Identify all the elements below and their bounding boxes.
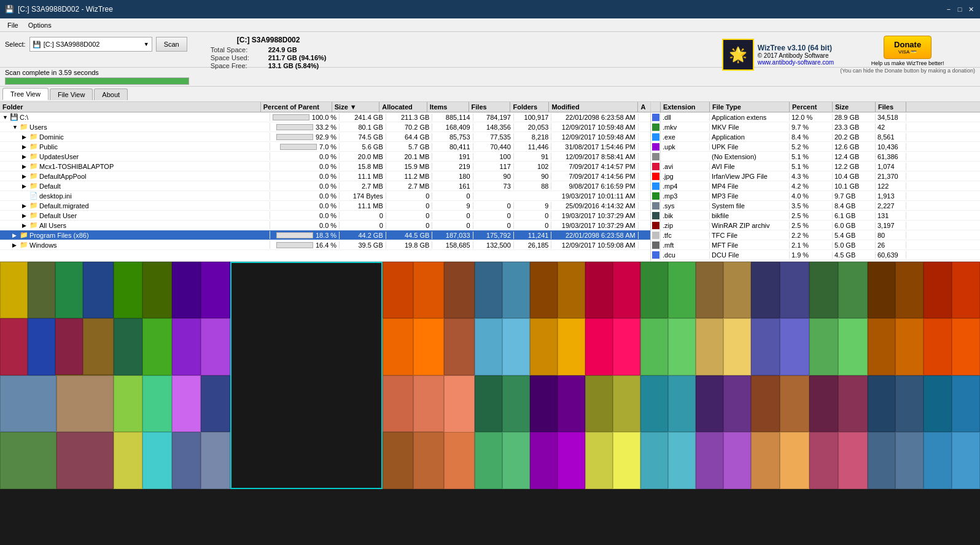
- ext-row[interactable]: .mkv MKV File 9.7 % 23.3 GB 42: [651, 122, 980, 132]
- ext-row[interactable]: .jpg IrfanView JPG File 4.3 % 10.4 GB 21…: [651, 171, 980, 181]
- col-folder[interactable]: Folder: [0, 102, 261, 112]
- treemap-block[interactable]: [172, 375, 201, 432]
- col-items[interactable]: Items: [427, 102, 469, 112]
- treemap-block[interactable]: [558, 318, 585, 375]
- tree-row[interactable]: 📄 desktop.ini 0.0 % 174 Bytes 0 0 19/03/…: [0, 191, 650, 201]
- treemap-block[interactable]: [668, 262, 696, 318]
- expand-arrow[interactable]: ▶: [22, 134, 29, 140]
- tree-row[interactable]: ▶ 📁 Public 7.0 % 5.6 GB 5.7 GB 80,411 70…: [0, 142, 650, 152]
- treemap-block[interactable]: [413, 262, 444, 318]
- menu-options[interactable]: Options: [23, 20, 56, 30]
- treemap-block[interactable]: [723, 262, 751, 318]
- tree-row[interactable]: ▶ 📁 Program Files (x86) 18.3 % 44.2 GB 4…: [0, 230, 650, 240]
- treemap-block[interactable]: [142, 262, 172, 318]
- ext-row[interactable]: .tfc TFC File 2.2 % 5.4 GB 80: [651, 230, 980, 240]
- ext-row[interactable]: .dcu DCU File 1.9 % 4.5 GB 60,639: [651, 250, 980, 260]
- treemap-block[interactable]: [613, 262, 640, 318]
- tree-row[interactable]: ▶ 📁 UpdatesUser 0.0 % 20.0 MB 20.1 MB 19…: [0, 152, 650, 162]
- tree-row[interactable]: ▶ 📁 Default 0.0 % 2.7 MB 2.7 MB 161 73 8…: [0, 181, 650, 191]
- tree-row[interactable]: ▶ 📁 DefaultAppPool 0.0 % 11.1 MB 11.2 MB…: [0, 171, 650, 181]
- tree-row[interactable]: ▶ 📁 Default User 0.0 % 0 0 0 0 0 19/03/2…: [0, 211, 650, 221]
- treemap-block[interactable]: [114, 375, 142, 432]
- tab-file-view[interactable]: File View: [50, 88, 93, 100]
- treemap-block[interactable]: [838, 432, 868, 489]
- titlebar-controls[interactable]: − □ ✕: [944, 5, 975, 14]
- treemap-block[interactable]: [952, 432, 980, 489]
- treemap-block[interactable]: [201, 375, 230, 432]
- treemap-block[interactable]: [383, 375, 413, 432]
- expand-arrow[interactable]: ▶: [22, 213, 29, 219]
- treemap-block[interactable]: [668, 432, 696, 489]
- expand-arrow[interactable]: ▶: [22, 203, 29, 209]
- treemap-block[interactable]: [668, 375, 696, 432]
- treemap-block[interactable]: [475, 432, 502, 489]
- tree-row[interactable]: ▶ 📁 All Users 0.0 % 0 0 0 0 0 19/03/2017…: [0, 221, 650, 230]
- treemap-block[interactable]: [868, 375, 895, 432]
- treemap-block[interactable]: [585, 318, 613, 375]
- treemap-block[interactable]: [530, 262, 558, 318]
- treemap-block[interactable]: [0, 432, 56, 489]
- ext-row[interactable]: .avi AVI File 5.1 % 12.2 GB 1,074: [651, 162, 980, 171]
- ext-row[interactable]: .mft MFT File 2.1 % 5.0 GB 26: [651, 240, 980, 250]
- treemap-block[interactable]: [838, 375, 868, 432]
- treemap-block[interactable]: [142, 432, 172, 489]
- expand-arrow[interactable]: ▶: [22, 163, 29, 170]
- treemap-block[interactable]: [502, 432, 530, 489]
- treemap-block[interactable]: [230, 262, 383, 489]
- treemap-block[interactable]: [696, 318, 723, 375]
- maximize-button[interactable]: □: [955, 5, 964, 14]
- treemap-block[interactable]: [530, 432, 558, 489]
- donate-button[interactable]: Donate VISA 💳: [884, 36, 931, 59]
- treemap-block[interactable]: [444, 262, 475, 318]
- treemap-block[interactable]: [780, 318, 809, 375]
- treemap-block[interactable]: [895, 432, 924, 489]
- treemap-block[interactable]: [475, 262, 502, 318]
- ext-col-ext[interactable]: Extension: [661, 102, 710, 112]
- treemap-block[interactable]: [0, 318, 28, 375]
- treemap-block[interactable]: [558, 432, 585, 489]
- treemap-block[interactable]: [502, 262, 530, 318]
- treemap-block[interactable]: [751, 262, 780, 318]
- ext-row[interactable]: .zip WinRAR ZIP archiv 2.5 % 6.0 GB 3,19…: [651, 221, 980, 230]
- treemap-block[interactable]: [640, 375, 668, 432]
- treemap-block[interactable]: [809, 262, 838, 318]
- ext-row[interactable]: .mp3 MP3 File 4.0 % 9.7 GB 1,913: [651, 191, 980, 201]
- tree-row[interactable]: ▶ 📁 Mcx1-TOSHIBALAPTOP 0.0 % 15.8 MB 15.…: [0, 162, 650, 171]
- col-modified[interactable]: Modified: [549, 102, 638, 112]
- treemap-block[interactable]: [696, 262, 723, 318]
- treemap-block[interactable]: [383, 318, 413, 375]
- treemap-block[interactable]: [952, 318, 980, 375]
- col-folders[interactable]: Folders: [510, 102, 549, 112]
- treemap-block[interactable]: [201, 262, 230, 318]
- treemap-block[interactable]: [895, 375, 924, 432]
- expand-arrow[interactable]: ▼: [12, 124, 20, 130]
- tree-row[interactable]: ▶ 📁 Dominic 92.9 % 74.5 GB 64.4 GB 85,75…: [0, 132, 650, 142]
- treemap-block[interactable]: [640, 318, 668, 375]
- expand-arrow[interactable]: ▶: [22, 183, 29, 189]
- treemap-block[interactable]: [809, 432, 838, 489]
- ext-col-type[interactable]: File Type: [710, 102, 790, 112]
- treemap-block[interactable]: [952, 375, 980, 432]
- tab-tree-view[interactable]: Tree View: [2, 88, 49, 100]
- treemap-block[interactable]: [55, 262, 83, 318]
- close-button[interactable]: ✕: [966, 5, 975, 14]
- treemap-block[interactable]: [868, 432, 895, 489]
- treemap-block[interactable]: [558, 262, 585, 318]
- treemap-block[interactable]: [924, 375, 952, 432]
- treemap-block[interactable]: [751, 318, 780, 375]
- treemap-block[interactable]: [142, 375, 172, 432]
- treemap-block[interactable]: [696, 375, 723, 432]
- treemap-block[interactable]: [868, 262, 895, 318]
- treemap-block[interactable]: [723, 318, 751, 375]
- treemap-block[interactable]: [640, 432, 668, 489]
- treemap-block[interactable]: [55, 318, 83, 375]
- treemap-block[interactable]: [413, 432, 444, 489]
- treemap-block[interactable]: [558, 375, 585, 432]
- ext-col-files[interactable]: Files: [876, 102, 906, 112]
- expand-arrow[interactable]: ▶: [22, 144, 29, 150]
- treemap-block[interactable]: [838, 318, 868, 375]
- ext-row[interactable]: (No Extension) 5.1 % 12.4 GB 61,386: [651, 152, 980, 162]
- treemap-block[interactable]: [952, 262, 980, 318]
- treemap-block[interactable]: [613, 432, 640, 489]
- ext-row[interactable]: .upk UPK File 5.2 % 12.6 GB 10,436: [651, 142, 980, 152]
